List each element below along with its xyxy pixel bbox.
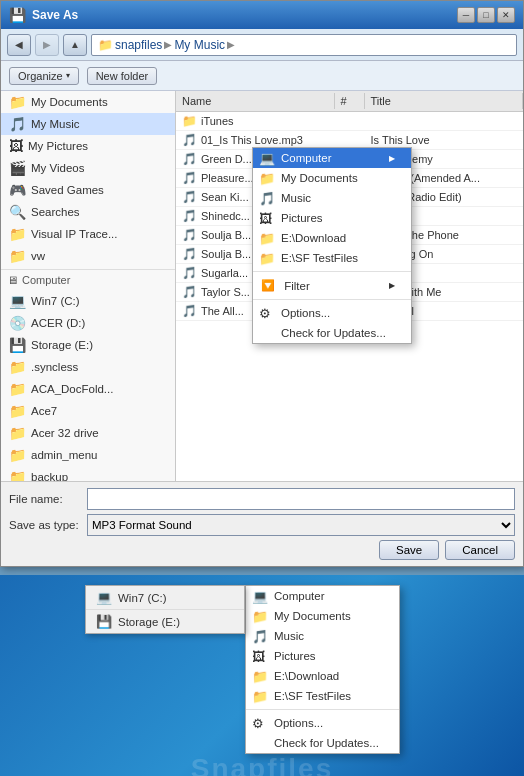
sidebar-label-my-videos: My Videos xyxy=(31,162,84,174)
mini-menu-edownload[interactable]: 📁 E:\Download xyxy=(246,666,399,686)
cancel-button[interactable]: Cancel xyxy=(445,540,515,560)
menu-item-pictures[interactable]: 🖼 Pictures xyxy=(253,208,411,228)
title-bar-buttons: ─ □ ✕ xyxy=(457,7,515,23)
forward-button[interactable]: ▶ xyxy=(35,34,59,56)
breadcrumb-mymusic[interactable]: My Music xyxy=(174,38,225,52)
organize-label: Organize xyxy=(18,70,63,82)
save-as-dialog: 💾 Save As ─ □ ✕ ◀ ▶ ▲ 📁 snapfiles ▶ My M… xyxy=(0,0,524,567)
mini-win7-label: Win7 (C:) xyxy=(118,592,167,604)
mini-win7-icon: 💻 xyxy=(96,590,112,605)
sidebar-item-my-documents[interactable]: 📁 My Documents xyxy=(1,91,175,113)
sidebar-item-saved-games[interactable]: 🎮 Saved Games xyxy=(1,179,175,201)
syncless-icon: 📁 xyxy=(9,359,26,375)
sidebar-item-ace7[interactable]: 📁 Ace7 xyxy=(1,400,175,422)
mini-menu-options[interactable]: ⚙ Options... xyxy=(246,713,399,733)
sidebar-item-admin-menu[interactable]: 📁 admin_menu xyxy=(1,444,175,466)
table-row[interactable]: 📁iTunes xyxy=(176,112,523,131)
ace7-icon: 📁 xyxy=(9,403,26,419)
my-documents-icon: 📁 xyxy=(9,94,26,110)
mini-item-win7[interactable]: 💻 Win7 (C:) xyxy=(86,586,244,610)
mini-menu-pictures[interactable]: 🖼 Pictures xyxy=(246,646,399,666)
mini-menu-check-updates[interactable]: Check for Updates... xyxy=(246,733,399,753)
sidebar-item-storage-e[interactable]: 💾 Storage (E:) xyxy=(1,334,175,356)
save-button[interactable]: Save xyxy=(379,540,439,560)
mini-menu-esftestfiles[interactable]: 📁 E:\SF TestFiles xyxy=(246,686,399,706)
sidebar-label-visual-ip: Visual IP Trace... xyxy=(31,228,118,240)
computer-icon: 🖥 xyxy=(7,274,18,286)
menu-item-my-documents[interactable]: 📁 My Documents xyxy=(253,168,411,188)
file-name: 🎵01_Is This Love.mp3 xyxy=(176,132,335,148)
col-title[interactable]: Title xyxy=(365,93,524,109)
storage-e-icon: 💾 xyxy=(9,337,26,353)
sidebar-item-searches[interactable]: 🔍 Searches xyxy=(1,201,175,223)
file-list-header: Name # Title xyxy=(176,91,523,112)
sidebar-item-acer-d[interactable]: 💿 ACER (D:) xyxy=(1,312,175,334)
vw-icon: 📁 xyxy=(9,248,26,264)
sidebar-item-aca-doc[interactable]: 📁 ACA_DocFold... xyxy=(1,378,175,400)
menu-item-esftestfiles[interactable]: 📁 E:\SF TestFiles xyxy=(253,248,411,268)
organize-arrow: ▾ xyxy=(66,71,70,80)
mini-menu-music[interactable]: 🎵 Music xyxy=(246,626,399,646)
my-pictures-icon: 🖼 xyxy=(9,138,23,154)
computer-menu-icon: 💻 xyxy=(259,151,275,166)
mini-context-menu: 💻 Computer 📁 My Documents 🎵 Music 🖼 Pict… xyxy=(245,585,400,754)
sidebar-item-syncless[interactable]: 📁 .syncless xyxy=(1,356,175,378)
menu-separator-1 xyxy=(253,271,411,272)
sidebar-label-storage-e: Storage (E:) xyxy=(31,339,93,351)
acer32-icon: 📁 xyxy=(9,425,26,441)
menu-item-check-updates[interactable]: Check for Updates... xyxy=(253,323,411,343)
computer-section-label: Computer xyxy=(22,274,70,286)
sidebar-item-my-videos[interactable]: 🎬 My Videos xyxy=(1,157,175,179)
menu-item-music[interactable]: 🎵 Music xyxy=(253,188,411,208)
sidebar-label-win7: Win7 (C:) xyxy=(31,295,80,307)
organize-button[interactable]: Organize ▾ xyxy=(9,67,79,85)
up-button[interactable]: ▲ xyxy=(63,34,87,56)
aca-doc-icon: 📁 xyxy=(9,381,26,397)
bottom-bar: File name: Save as type: MP3 Format Soun… xyxy=(1,481,523,566)
maximize-button[interactable]: □ xyxy=(477,7,495,23)
mini-pictures-icon: 🖼 xyxy=(252,649,265,664)
back-button[interactable]: ◀ xyxy=(7,34,31,56)
mini-item-storage[interactable]: 💾 Storage (E:) xyxy=(86,610,244,633)
pictures-menu-icon: 🖼 xyxy=(259,211,272,226)
mini-computer-icon: 💻 xyxy=(252,589,268,604)
new-folder-button[interactable]: New folder xyxy=(87,67,158,85)
sidebar-label-my-music: My Music xyxy=(31,118,80,130)
sidebar-item-win7[interactable]: 💻 Win7 (C:) xyxy=(1,290,175,312)
saved-games-icon: 🎮 xyxy=(9,182,26,198)
my-docs-menu-icon: 📁 xyxy=(259,171,275,186)
mini-menu-my-docs[interactable]: 📁 My Documents xyxy=(246,606,399,626)
sidebar-item-my-pictures[interactable]: 🖼 My Pictures xyxy=(1,135,175,157)
sidebar-label-admin-menu: admin_menu xyxy=(31,449,97,461)
close-button[interactable]: ✕ xyxy=(497,7,515,23)
sidebar-item-vw[interactable]: 📁 vw xyxy=(1,245,175,267)
mini-storage-label: Storage (E:) xyxy=(118,616,180,628)
breadcrumb[interactable]: 📁 snapfiles ▶ My Music ▶ xyxy=(91,34,517,56)
col-hash[interactable]: # xyxy=(335,93,365,109)
sidebar-label-acer-d: ACER (D:) xyxy=(31,317,85,329)
minimize-button[interactable]: ─ xyxy=(457,7,475,23)
sidebar-item-my-music[interactable]: 🎵 My Music xyxy=(1,113,175,135)
menu-separator-2 xyxy=(253,299,411,300)
filetype-row: Save as type: MP3 Format Sound xyxy=(9,514,515,536)
menu-item-options[interactable]: ⚙ Options... xyxy=(253,303,411,323)
mini-menu-computer[interactable]: 💻 Computer xyxy=(246,586,399,606)
filename-row: File name: xyxy=(9,488,515,510)
searches-icon: 🔍 xyxy=(9,204,26,220)
filetype-select[interactable]: MP3 Format Sound xyxy=(87,514,515,536)
menu-item-filter[interactable]: 🔽 Filter ▶ xyxy=(253,275,411,296)
menu-item-computer[interactable]: 💻 Computer ▶ xyxy=(253,148,411,168)
breadcrumb-snapfiles[interactable]: snapfiles xyxy=(115,38,162,52)
sidebar-item-visual-ip-trace[interactable]: 📁 Visual IP Trace... xyxy=(1,223,175,245)
esf-menu-icon: 📁 xyxy=(259,251,275,266)
sidebar-item-acer32[interactable]: 📁 Acer 32 drive xyxy=(1,422,175,444)
sidebar-item-backup[interactable]: 📁 backup xyxy=(1,466,175,481)
music-menu-icon: 🎵 xyxy=(259,191,275,206)
sidebar-label-aca-doc: ACA_DocFold... xyxy=(31,383,113,395)
mini-separator xyxy=(246,709,399,710)
sidebar-label-vw: vw xyxy=(31,250,45,262)
screenshot2: 💻 Win7 (C:) 💾 Storage (E:) 💻 Computer 📁 … xyxy=(0,575,524,776)
filename-input[interactable] xyxy=(87,488,515,510)
col-name[interactable]: Name xyxy=(176,93,335,109)
menu-item-edownload[interactable]: 📁 E:\Download xyxy=(253,228,411,248)
